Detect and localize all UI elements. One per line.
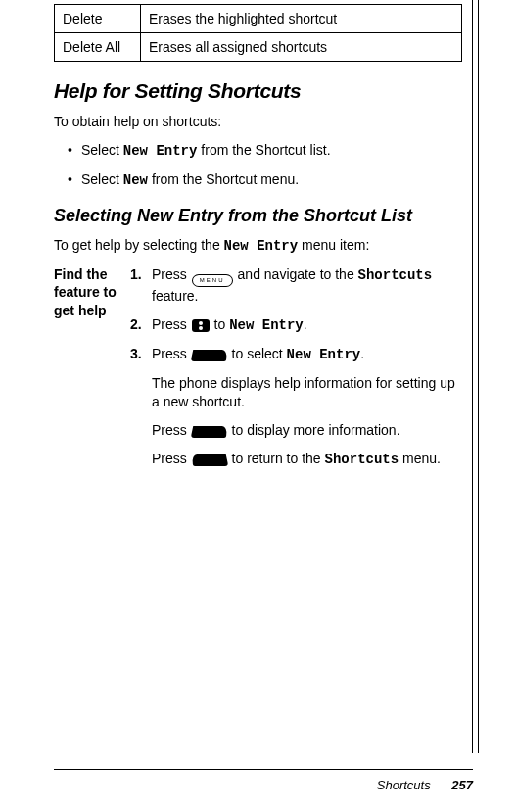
table-row: Delete Erases the highlighted shortcut [55,5,462,33]
procedure-label: Find the feature to get help [54,265,130,319]
left-softkey-icon [190,454,228,466]
subheading-selecting: Selecting New Entry from the Shortcut Li… [54,206,462,227]
ui-term: New Entry [229,317,304,333]
text-fragment: . [360,346,364,361]
ui-term: Shortcuts [358,267,433,283]
step-layout: Find the feature to get help 1. Press ME… [54,265,462,478]
text-fragment: and navigate to the [234,266,358,282]
text-fragment: To get help by selecting the [54,237,224,253]
ui-term: Shortcuts [325,452,399,467]
text-fragment: Press [152,346,191,361]
step-continuation: The phone displays help information for … [152,374,462,411]
list-item: Select New from the Shortcut menu. [54,170,462,190]
text-fragment: Select [81,171,123,187]
text-fragment: Press [152,266,191,282]
text-fragment: Select [81,142,123,158]
step-number: 1. [130,265,152,306]
right-softkey-icon [190,426,228,438]
list-item: Select New Entry from the Shortcut list. [54,141,462,161]
text-fragment: menu. [399,451,441,466]
text-fragment: feature. [152,288,198,304]
text-fragment: Press [152,316,191,332]
footer-page-number: 257 [451,778,473,792]
intro-text: To obtain help on shortcuts: [54,113,462,131]
step-number: 2. [130,315,152,335]
text-fragment: to display more information. [228,422,400,438]
text-fragment: to return to the [228,451,325,466]
step-number: 3. [130,345,152,364]
text-fragment: from the Shortcut list. [197,142,330,158]
ui-term: New Entry [123,143,198,159]
text-fragment: from the Shortcut menu. [148,171,299,187]
text-fragment: . [304,316,307,332]
function-table: Delete Erases the highlighted shortcut D… [54,4,462,62]
step-body: Press MENU and navigate to the Shortcuts… [152,265,462,306]
table-cell-desc: Erases the highlighted shortcut [141,5,462,33]
intro-text-2: To get help by selecting the New Entry m… [54,236,462,256]
table-cell-name: Delete [55,5,141,33]
page-margin-ornament [472,0,473,753]
scroll-key-icon [192,319,210,332]
ui-term: New [123,172,148,188]
section-heading-help: Help for Setting Shortcuts [54,79,462,103]
step-body: Press to select New Entry. [152,345,462,364]
procedure-steps: 1. Press MENU and navigate to the Shortc… [130,265,462,478]
step-continuation: Press to display more information. [152,421,462,440]
page-footer: Shortcuts 257 [54,769,473,792]
step-item: 1. Press MENU and navigate to the Shortc… [130,265,462,306]
text-fragment: to select [228,346,287,361]
page-content: Delete Erases the highlighted shortcut D… [0,4,516,478]
right-softkey-icon [190,350,228,361]
table-cell-desc: Erases all assigned shortcuts [141,33,462,62]
step-item: 3. Press to select New Entry. [130,345,462,364]
text-fragment: to [211,316,229,332]
ui-term: New Entry [287,347,361,362]
step-item: 2. Press to New Entry. [130,315,462,335]
table-cell-name: Delete All [55,33,141,62]
footer-section-label: Shortcuts [377,778,431,792]
step-continuation: Press to return to the Shortcuts menu. [152,450,462,469]
text-fragment: Press [152,451,191,466]
table-row: Delete All Erases all assigned shortcuts [55,33,462,62]
text-fragment: menu item: [298,237,369,253]
bullet-list: Select New Entry from the Shortcut list.… [54,141,462,190]
menu-key-icon: MENU [192,274,233,287]
text-fragment: Press [152,422,191,438]
step-body: Press to New Entry. [152,315,462,335]
ui-term: New Entry [224,238,299,254]
